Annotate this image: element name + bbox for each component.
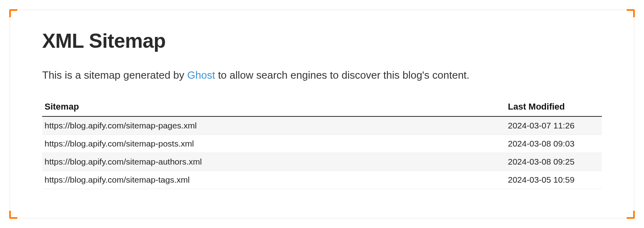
sitemap-description: This is a sitemap generated by Ghost to … xyxy=(42,68,602,82)
sitemap-modified: 2024-03-07 11:26 xyxy=(505,116,602,135)
corner-decoration xyxy=(627,211,635,219)
corner-decoration xyxy=(9,211,17,219)
sitemap-panel: XML Sitemap This is a sitemap generated … xyxy=(10,10,634,218)
ghost-link[interactable]: Ghost xyxy=(187,69,215,81)
table-row: https://blog.apify.com/sitemap-authors.x… xyxy=(42,153,602,171)
sitemap-modified: 2024-03-05 10:59 xyxy=(505,171,602,189)
sitemap-modified: 2024-03-08 09:25 xyxy=(505,153,602,171)
description-text-after: to allow search engines to discover this… xyxy=(215,69,470,81)
sitemap-url: https://blog.apify.com/sitemap-pages.xml xyxy=(42,116,505,135)
sitemap-table: Sitemap Last Modified https://blog.apify… xyxy=(42,98,602,189)
col-header-last-modified: Last Modified xyxy=(505,98,602,116)
table-row: https://blog.apify.com/sitemap-pages.xml… xyxy=(42,116,602,135)
corner-decoration xyxy=(627,9,635,17)
description-text-before: This is a sitemap generated by xyxy=(42,69,187,81)
table-row: https://blog.apify.com/sitemap-posts.xml… xyxy=(42,135,602,153)
sitemap-url: https://blog.apify.com/sitemap-tags.xml xyxy=(42,171,505,189)
corner-decoration xyxy=(9,9,17,17)
sitemap-url: https://blog.apify.com/sitemap-posts.xml xyxy=(42,135,505,153)
sitemap-modified: 2024-03-08 09:03 xyxy=(505,135,602,153)
table-row: https://blog.apify.com/sitemap-tags.xml … xyxy=(42,171,602,189)
col-header-sitemap: Sitemap xyxy=(42,98,505,116)
page-title: XML Sitemap xyxy=(42,29,602,53)
sitemap-url: https://blog.apify.com/sitemap-authors.x… xyxy=(42,153,505,171)
